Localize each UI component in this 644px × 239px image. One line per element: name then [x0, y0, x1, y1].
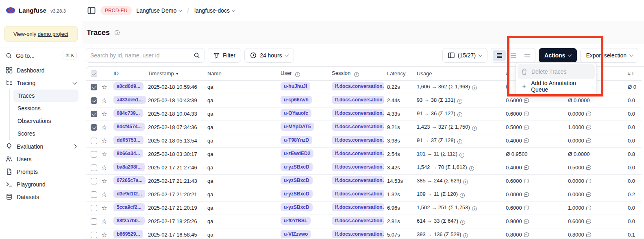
filter-button[interactable]: Filter: [208, 48, 241, 63]
session-badge[interactable]: lf.docs.conversation...: [332, 136, 384, 144]
sidebar-item-observations[interactable]: Observations: [13, 115, 78, 127]
search-icon[interactable]: [194, 52, 200, 59]
row-checkbox[interactable]: [91, 191, 97, 198]
project-switcher[interactable]: langfuse-docs: [194, 7, 235, 14]
user-badge[interactable]: u-MYpDAT5: [281, 123, 314, 131]
table-row[interactable]: 084c739... 2025-02-18 10:04:33 qa u-OYau…: [86, 107, 642, 121]
sidebar-toggle-icon[interactable]: [87, 6, 96, 15]
table-row[interactable]: dd05753... 2025-02-18 05:13:54 qa u-T98Y…: [86, 134, 642, 147]
star-icon[interactable]: [101, 97, 107, 104]
scrollbar-track[interactable]: [641, 67, 641, 239]
row-checkbox[interactable]: [91, 178, 97, 184]
user-badge[interactable]: u-yzSBxcD: [281, 203, 313, 211]
session-badge[interactable]: lf.docs.conversation...: [332, 82, 384, 90]
user-badge[interactable]: u-yzSBxcD: [281, 190, 313, 198]
trace-id-badge[interactable]: 88f2a7b0...: [113, 217, 145, 225]
user-badge[interactable]: u-yzSBxcD: [281, 163, 313, 171]
trace-id-badge[interactable]: ba8a208f...: [113, 163, 145, 171]
user-badge[interactable]: u-T98YnzD: [281, 136, 312, 144]
star-icon[interactable]: [101, 110, 107, 117]
trace-id-badge[interactable]: d3e9d1f2...: [113, 190, 145, 198]
row-checkbox[interactable]: [91, 138, 97, 144]
trace-id-badge[interactable]: b669529...: [113, 230, 143, 238]
table-row[interactable]: 5cca9cf2... 2025-02-17 21:20:19 qa u-yzS…: [86, 201, 642, 215]
time-range-button[interactable]: 24 hours: [244, 48, 294, 63]
trace-id-badge[interactable]: 8dcf4574...: [113, 123, 145, 131]
sidebar-item-tracing[interactable]: Tracing: [3, 77, 78, 89]
row-height-small-button[interactable]: [493, 50, 506, 61]
sidebar-item-playground[interactable]: Playground: [3, 178, 78, 191]
trace-id-badge[interactable]: 07265c7a...: [113, 176, 146, 184]
session-badge[interactable]: lf.docs.conversation...: [332, 176, 384, 184]
trace-id-badge[interactable]: dd05753...: [113, 136, 144, 144]
table-row[interactable]: 88f2a7b0... 2025-02-17 18:25:26 qa u-f0Y…: [86, 215, 642, 228]
star-icon[interactable]: [101, 124, 107, 131]
user-badge[interactable]: u-huJhuJi: [281, 82, 310, 90]
star-icon[interactable]: [101, 83, 107, 90]
columns-button[interactable]: (15/27): [442, 48, 487, 63]
row-checkbox[interactable]: [91, 97, 97, 104]
search-box[interactable]: [86, 48, 205, 63]
star-icon[interactable]: [101, 178, 107, 184]
header-name[interactable]: Name: [207, 67, 281, 80]
session-badge[interactable]: lf.docs.conversation...: [332, 123, 384, 131]
export-selection-button[interactable]: Export selection: [580, 48, 638, 63]
table-row[interactable]: 8dcf4574... 2025-02-18 07:34:36 qa u-MYp…: [86, 121, 642, 134]
header-usage[interactable]: Usage: [417, 67, 505, 80]
header-session[interactable]: Session: [332, 67, 387, 80]
user-badge[interactable]: u-VIZzvwo: [281, 230, 311, 238]
star-icon[interactable]: [101, 137, 107, 144]
trace-id-badge[interactable]: 8b66a34...: [113, 149, 143, 158]
row-height-medium-button[interactable]: [507, 50, 520, 61]
star-icon[interactable]: [101, 218, 107, 225]
session-badge[interactable]: lf.docs.conversation...: [332, 217, 384, 225]
header-latency[interactable]: Latency: [387, 67, 417, 80]
user-badge[interactable]: u-zEwdED2: [281, 149, 313, 158]
session-badge[interactable]: lf.docs.conversation...: [332, 230, 384, 238]
session-badge[interactable]: lf.docs.conversation...: [332, 190, 384, 198]
table-row[interactable]: ba8a208f... 2025-02-17 21:27:46 qa u-yzS…: [86, 161, 642, 174]
session-badge[interactable]: lf.docs.conversation...: [332, 203, 384, 211]
user-badge[interactable]: u-OYauofc: [281, 109, 311, 117]
star-icon[interactable]: [101, 204, 107, 211]
select-all-checkbox[interactable]: [91, 70, 97, 77]
sidebar-item-sessions[interactable]: Sessions: [13, 102, 78, 114]
sidebar-item-scores[interactable]: Scores: [13, 127, 78, 140]
sidebar-item-prompts[interactable]: Prompts: [3, 165, 78, 178]
row-checkbox[interactable]: [91, 218, 97, 225]
user-badge[interactable]: u-f0YfBSL: [281, 217, 311, 225]
session-badge[interactable]: lf.docs.conversation...: [332, 109, 384, 117]
sidebar-item-evaluation[interactable]: Evaluation: [3, 140, 78, 153]
table-row[interactable]: b669529... 2025-02-17 16:58:45 qa u-VIZz…: [86, 228, 642, 239]
sidebar-item-users[interactable]: Users: [3, 153, 78, 165]
table-row[interactable]: 8b66a34... 2025-02-18 03:30:17 qa u-zEwd…: [86, 147, 642, 161]
header-user[interactable]: User: [281, 67, 332, 80]
header-id[interactable]: ID: [113, 67, 148, 80]
menu-item-delete-traces[interactable]: Delete Traces: [518, 64, 595, 79]
goto-search[interactable]: Go to... ⌘ K: [0, 48, 82, 63]
sidebar-item-datasets[interactable]: Datasets: [3, 191, 78, 203]
row-checkbox[interactable]: [91, 84, 97, 90]
row-height-large-button[interactable]: [520, 50, 533, 61]
session-badge[interactable]: lf.docs.conversation...: [332, 163, 384, 171]
demo-project-link[interactable]: demo project: [38, 31, 68, 37]
session-badge[interactable]: lf.docs.conversation...: [332, 96, 384, 104]
row-checkbox[interactable]: [91, 124, 97, 131]
user-badge[interactable]: u-yzSBxcD: [281, 176, 313, 184]
user-badge[interactable]: u-cp66Avh: [281, 96, 312, 104]
trace-id-badge[interactable]: a433de51...: [113, 96, 146, 104]
search-input[interactable]: [90, 52, 194, 59]
star-icon[interactable]: [101, 164, 107, 171]
star-icon[interactable]: [101, 151, 107, 158]
trace-id-badge[interactable]: a0cd0d9...: [113, 82, 144, 90]
row-checkbox[interactable]: [91, 164, 97, 171]
trace-id-badge[interactable]: 084c739...: [113, 109, 143, 117]
row-checkbox[interactable]: [91, 232, 97, 238]
row-checkbox[interactable]: [91, 205, 97, 211]
sidebar-item-traces[interactable]: Traces: [13, 90, 78, 102]
row-checkbox[interactable]: [91, 151, 97, 158]
star-icon[interactable]: [101, 191, 107, 198]
org-switcher[interactable]: Langfuse Demo: [136, 7, 182, 14]
table-row[interactable]: 07265c7a... 2025-02-17 21:21:43 qa u-yzS…: [86, 174, 642, 188]
header-score-3[interactable]: # I: [627, 67, 642, 80]
